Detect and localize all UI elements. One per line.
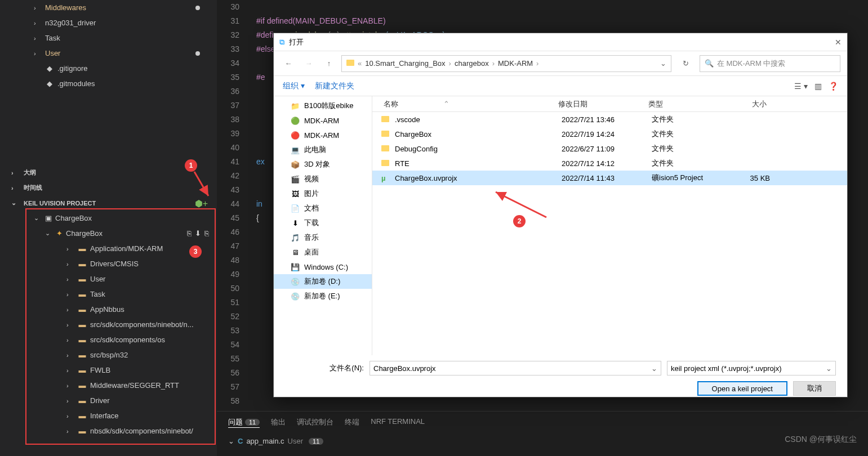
- location-icon: 📁: [290, 102, 301, 110]
- location-item[interactable]: 💾Windows (C:): [274, 260, 372, 274]
- tab-nrf[interactable]: NRF TERMINAL: [371, 417, 425, 428]
- tab-terminal[interactable]: 终端: [345, 417, 359, 428]
- location-item[interactable]: 📦3D 对象: [274, 157, 372, 172]
- header-name[interactable]: 名称⌃: [372, 99, 558, 109]
- file-row[interactable]: µChargeBox.uvprojx2022/7/14 11:43礦ision5…: [372, 171, 847, 185]
- location-item[interactable]: 🟢MDK-ARM: [274, 113, 372, 128]
- folder-label: Middlewares: [45, 3, 86, 12]
- location-icon: 💾: [290, 263, 301, 271]
- location-icon: 🔴: [290, 131, 301, 140]
- callout-3: 3: [189, 245, 202, 258]
- folder-icon: [381, 115, 391, 124]
- open-file-dialog: ⧉ 打开 ✕ ← → ↑ « 10.Smart_Charging_Box› ch…: [273, 33, 848, 397]
- location-icon: 🎬: [290, 175, 301, 184]
- section-outline[interactable]: ›大纲: [0, 165, 217, 180]
- open-button[interactable]: Open a keil project: [697, 381, 787, 396]
- tree-item-gitignore[interactable]: ◆.gitignore: [34, 61, 217, 76]
- tree-item-middlewares[interactable]: ›Middlewares: [34, 0, 217, 15]
- filename-input[interactable]: ChargeBox.uvprojx⌄: [370, 361, 661, 375]
- location-item[interactable]: ⬇下载: [274, 216, 372, 230]
- filename-label: 文件名(N):: [285, 363, 364, 373]
- file-label: .gitignore: [57, 64, 87, 73]
- modified-dot-icon: [195, 51, 200, 56]
- file-row[interactable]: RTE2022/7/12 14:12文件夹: [372, 156, 847, 171]
- breadcrumb-item[interactable]: 10.Smart_Charging_Box: [365, 59, 445, 68]
- search-icon: 🔍: [705, 59, 714, 68]
- list-header: 名称⌃ 修改日期 类型 大小: [372, 96, 847, 112]
- file-list[interactable]: 名称⌃ 修改日期 类型 大小 .vscode2022/7/21 13:46文件夹…: [372, 96, 847, 355]
- file-row[interactable]: .vscode2022/7/21 13:46文件夹: [372, 112, 847, 127]
- location-item[interactable]: 🎬视频: [274, 172, 372, 186]
- search-input[interactable]: 🔍在 MDK-ARM 中搜索: [700, 55, 840, 72]
- header-date[interactable]: 修改日期: [558, 99, 648, 109]
- section-timeline[interactable]: ›时间线: [0, 180, 217, 195]
- filter-select[interactable]: keil project xml (*.uvproj;*.uvprojx)⌄: [667, 361, 836, 375]
- tree-item-user[interactable]: ›User: [34, 46, 217, 61]
- location-item[interactable]: 📁B100韩版ebike: [274, 99, 372, 113]
- file-icon: ◆: [45, 79, 54, 88]
- file-problems-badge: 11: [309, 438, 323, 445]
- file-icon: ◆: [45, 64, 54, 73]
- up-button[interactable]: ↑: [321, 56, 337, 71]
- help-icon[interactable]: ❓: [829, 82, 838, 91]
- chevron-right-icon: ›: [34, 5, 43, 11]
- location-icon: 🎵: [290, 234, 301, 242]
- location-item[interactable]: 📄文档: [274, 201, 372, 216]
- tab-debug-console[interactable]: 调试控制台: [297, 417, 333, 428]
- folder-label: User: [45, 49, 60, 57]
- header-type[interactable]: 类型: [648, 99, 733, 109]
- problems-badge: 11: [245, 419, 260, 426]
- location-item[interactable]: 💿新加卷 (D:): [274, 274, 372, 289]
- back-button[interactable]: ←: [281, 56, 296, 71]
- header-size[interactable]: 大小: [733, 99, 778, 109]
- vscode-icon: ⧉: [279, 38, 284, 47]
- bottom-panel: 问题11 输出 调试控制台 终端 NRF TERMINAL ⌄ C app_ma…: [217, 411, 868, 456]
- location-icon: 📄: [290, 204, 301, 213]
- location-icon: 🟢: [290, 117, 301, 125]
- tree-item-gitmodules[interactable]: ◆.gitmodules: [34, 76, 217, 91]
- breadcrumb-item[interactable]: MDK-ARM: [498, 59, 533, 68]
- file-row[interactable]: ChargeBox2022/7/19 14:24文件夹: [372, 127, 847, 141]
- location-item[interactable]: 💻此电脑: [274, 142, 372, 157]
- breadcrumb-bar[interactable]: « 10.Smart_Charging_Box› chargebox› MDK-…: [341, 55, 671, 72]
- line-gutter: 3031323334353637383940414243444546474849…: [217, 0, 248, 436]
- dialog-nav: ← → ↑ « 10.Smart_Charging_Box› chargebox…: [274, 51, 847, 76]
- breadcrumb-item[interactable]: chargebox: [455, 59, 489, 68]
- problems-breadcrumb[interactable]: ⌄ C app_main.c User 11: [217, 433, 868, 449]
- sort-icon: ⌃: [443, 100, 449, 108]
- location-item[interactable]: 🖼图片: [274, 186, 372, 201]
- dialog-title: 打开: [289, 37, 304, 47]
- cancel-button[interactable]: 取消: [793, 381, 836, 396]
- location-item[interactable]: 💿新加卷 (E:): [274, 289, 372, 303]
- explorer-tree: ›Middlewares ›n32g031_driver ›Task ›User…: [0, 0, 217, 91]
- forward-button[interactable]: →: [301, 56, 317, 71]
- view-button[interactable]: ☰ ▾: [794, 82, 808, 91]
- organize-button[interactable]: 组织 ▾: [283, 81, 305, 91]
- chevron-right-icon: ›: [11, 185, 20, 191]
- tab-output[interactable]: 输出: [271, 417, 286, 428]
- tab-problems[interactable]: 问题11: [228, 417, 260, 428]
- location-item[interactable]: 🖥桌面: [274, 245, 372, 260]
- location-icon: 🖥: [290, 248, 301, 257]
- preview-button[interactable]: ▥: [814, 82, 822, 91]
- location-item[interactable]: 🔴MDK-ARM: [274, 128, 372, 142]
- chevron-down-icon: ⌄: [228, 437, 234, 445]
- location-tree[interactable]: 📁B100韩版ebike🟢MDK-ARM🔴MDK-ARM💻此电脑📦3D 对象🎬视…: [274, 96, 372, 355]
- tree-item-task[interactable]: ›Task: [34, 30, 217, 46]
- tree-item-driver[interactable]: ›n32g031_driver: [34, 15, 217, 30]
- chevron-down-icon[interactable]: ⌄: [660, 59, 666, 68]
- location-item[interactable]: 🎵音乐: [274, 230, 372, 245]
- new-folder-button[interactable]: 新建文件夹: [315, 81, 354, 91]
- chevron-right-icon: ›: [34, 20, 43, 26]
- callout-2: 2: [513, 215, 526, 227]
- location-icon: 💻: [290, 146, 301, 154]
- modified-dot-icon: [195, 6, 200, 10]
- file-row[interactable]: DebugConfig2022/6/27 11:09文件夹: [372, 141, 847, 156]
- folder-label: n32g031_driver: [45, 19, 96, 27]
- chevron-down-icon[interactable]: ⌄: [651, 364, 657, 373]
- refresh-button[interactable]: ↻: [676, 55, 695, 72]
- dialog-footer: 文件名(N): ChargeBox.uvprojx⌄ keil project …: [274, 355, 847, 398]
- panel-tabs: 问题11 输出 调试控制台 终端 NRF TERMINAL: [217, 412, 868, 433]
- close-icon[interactable]: ✕: [835, 38, 842, 47]
- add-project-icon[interactable]: ⬢+: [195, 198, 208, 209]
